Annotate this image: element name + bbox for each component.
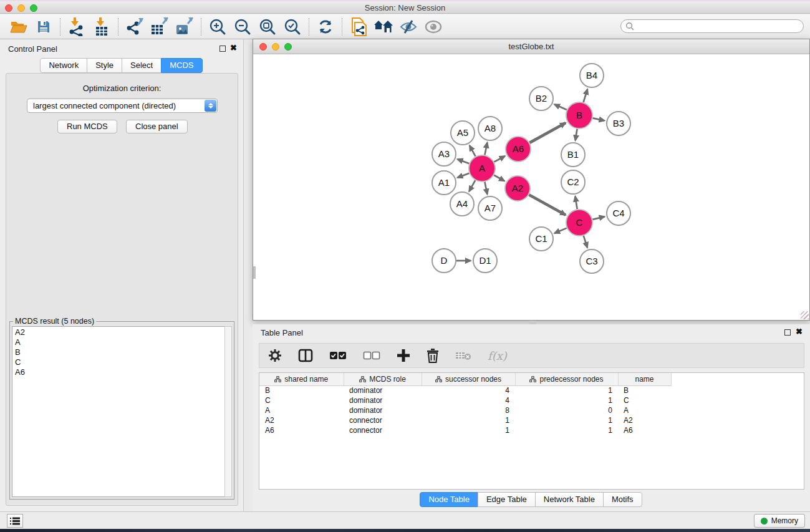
table-cell[interactable]: dominator: [344, 405, 422, 415]
graph-edge-A-A8[interactable]: [485, 143, 487, 155]
graph-edge-C-C2[interactable]: [575, 196, 577, 210]
graph-edge-A-A2[interactable]: [494, 175, 504, 181]
open-session-icon[interactable]: [6, 16, 31, 37]
close-panel-button[interactable]: Close panel: [126, 120, 188, 133]
table-cell[interactable]: B: [259, 385, 344, 395]
zoom-selected-icon[interactable]: [280, 16, 305, 37]
node-table[interactable]: shared nameMCDS rolesuccessor nodesprede…: [259, 372, 804, 490]
table-cell[interactable]: 0: [515, 405, 618, 415]
table-cell[interactable]: dominator: [344, 395, 422, 405]
canvas-scrollbar-thumb[interactable]: [253, 266, 256, 279]
export-table-icon[interactable]: [147, 16, 172, 37]
zoom-fit-icon[interactable]: [255, 16, 280, 37]
network-canvas[interactable]: ABCA6A2A1A3A4A5A7A8B1B2B3B4C1C2C3C4DD1: [253, 54, 809, 320]
table-cell[interactable]: connector: [344, 415, 422, 425]
search-box[interactable]: [620, 19, 804, 33]
home-icon[interactable]: [371, 16, 396, 37]
graph-edge-A-A4[interactable]: [469, 180, 475, 191]
show-eye-icon[interactable]: [421, 16, 446, 37]
table-cell[interactable]: 4: [422, 385, 515, 395]
search-input[interactable]: [634, 22, 790, 31]
close-table-panel-icon[interactable]: ✖: [796, 327, 803, 336]
tab-node-table[interactable]: Node Table: [420, 492, 478, 507]
float-table-panel-icon[interactable]: [784, 329, 791, 336]
task-history-button[interactable]: [7, 514, 23, 528]
refresh-icon[interactable]: [313, 16, 338, 37]
table-row[interactable]: Adominator80A: [259, 405, 804, 415]
graph-edge-A-A7[interactable]: [485, 182, 487, 195]
list-item[interactable]: A: [15, 337, 222, 347]
network-document-icon[interactable]: [346, 16, 371, 37]
table-cell[interactable]: dominator: [344, 385, 422, 395]
graph-edge-A6-B[interactable]: [529, 123, 566, 143]
table-cell[interactable]: 4: [422, 395, 515, 405]
table-row[interactable]: Cdominator41C: [259, 395, 804, 405]
graph-edge-B-B1[interactable]: [576, 129, 577, 141]
zoom-in-icon[interactable]: [205, 16, 230, 37]
table-cell[interactable]: 1: [515, 395, 618, 405]
delete-column-icon[interactable]: [427, 349, 439, 363]
table-cell[interactable]: B: [618, 385, 671, 395]
zoom-out-icon[interactable]: [230, 16, 255, 37]
graph-edge-A-A6[interactable]: [494, 156, 504, 162]
list-item[interactable]: B: [15, 347, 222, 357]
table-cell[interactable]: 1: [422, 415, 515, 425]
save-session-icon[interactable]: [31, 16, 56, 37]
select-all-icon[interactable]: [329, 351, 347, 360]
close-panel-icon[interactable]: ✖: [230, 43, 237, 52]
column-header-name[interactable]: name: [618, 373, 671, 385]
table-cell[interactable]: connector: [344, 425, 422, 435]
resize-grip-icon[interactable]: [801, 311, 809, 319]
table-cell[interactable]: 1: [515, 385, 618, 395]
delete-table-icon[interactable]: [455, 351, 471, 360]
table-cell[interactable]: A6: [618, 425, 671, 435]
tab-select[interactable]: Select: [122, 58, 162, 73]
graph-edge-B-B2[interactable]: [554, 104, 567, 110]
list-item[interactable]: A2: [15, 327, 222, 337]
list-item[interactable]: A6: [15, 367, 222, 377]
import-table-icon[interactable]: [89, 16, 114, 37]
import-network-icon[interactable]: [64, 16, 89, 37]
gear-icon[interactable]: [268, 349, 282, 362]
table-cell[interactable]: A: [259, 405, 344, 415]
network-window-titlebar[interactable]: testGlobe.txt: [253, 39, 809, 54]
tab-network[interactable]: Network: [40, 58, 87, 73]
graph-edge-B-B3[interactable]: [593, 118, 605, 120]
float-panel-icon[interactable]: [219, 46, 226, 52]
column-header-predecessor-nodes[interactable]: predecessor nodes: [515, 373, 618, 385]
table-cell[interactable]: A2: [618, 415, 671, 425]
tab-edge-table[interactable]: Edge Table: [478, 492, 536, 507]
column-header-successor-nodes[interactable]: successor nodes: [422, 373, 515, 385]
column-header-mcds-role[interactable]: MCDS role: [344, 373, 422, 385]
tab-mcds[interactable]: MCDS: [161, 58, 202, 73]
graph-edge-C-C1[interactable]: [554, 228, 567, 233]
function-builder-icon[interactable]: f(x): [488, 349, 507, 362]
table-cell[interactable]: A: [618, 405, 671, 415]
hide-eye-icon[interactable]: [396, 16, 421, 37]
result-scrollbar[interactable]: [224, 326, 232, 497]
table-row[interactable]: A6connector11A6: [259, 425, 804, 435]
table-cell[interactable]: 1: [422, 425, 515, 435]
table-cell[interactable]: A2: [259, 415, 344, 425]
table-row[interactable]: Bdominator41B: [259, 385, 804, 395]
table-cell[interactable]: 1: [515, 415, 618, 425]
graph-edge-B-B4[interactable]: [584, 89, 588, 102]
graph-edge-A-A1[interactable]: [458, 173, 470, 178]
run-mcds-button[interactable]: Run MCDS: [57, 120, 117, 133]
graph-edge-A-A3[interactable]: [458, 159, 470, 163]
mcds-result-list[interactable]: A2ABCA6: [12, 326, 224, 497]
table-cell[interactable]: 8: [422, 405, 515, 415]
table-cell[interactable]: 1: [515, 425, 618, 435]
deselect-all-icon[interactable]: [363, 351, 380, 360]
add-column-icon[interactable]: [397, 349, 410, 362]
graph-edge-C-C3[interactable]: [584, 236, 587, 248]
graph-edge-A-A5[interactable]: [470, 145, 476, 156]
tab-style[interactable]: Style: [87, 58, 122, 73]
table-cell[interactable]: C: [259, 395, 344, 405]
tab-motifs[interactable]: Motifs: [603, 492, 642, 507]
export-network-icon[interactable]: [122, 16, 147, 37]
column-header-shared-name[interactable]: shared name: [259, 373, 344, 385]
graph-edge-C-C4[interactable]: [592, 216, 604, 220]
split-view-icon[interactable]: [298, 349, 313, 362]
table-cell[interactable]: A6: [259, 425, 344, 435]
